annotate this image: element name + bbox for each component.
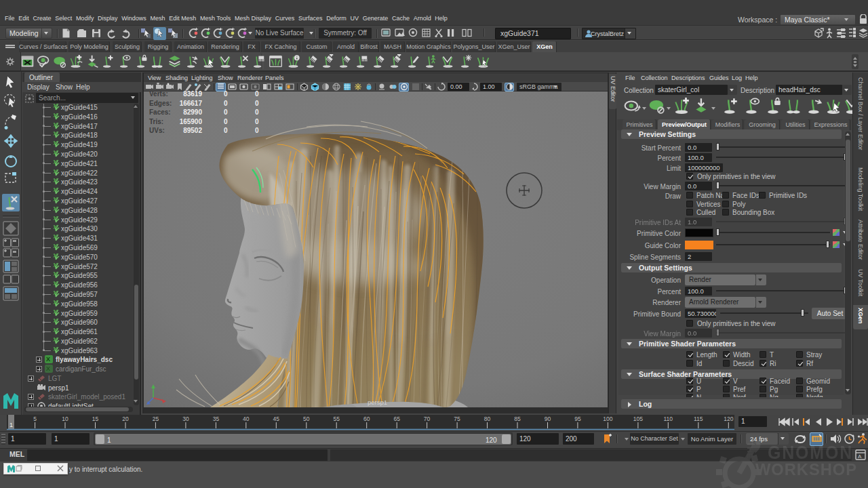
svg-text:115: 115 (694, 415, 703, 422)
svg-text:120: 120 (724, 415, 733, 422)
svg-text:65: 65 (393, 415, 400, 422)
svg-text:35: 35 (213, 415, 220, 422)
svg-text:75: 75 (454, 415, 460, 422)
svg-text:105: 105 (633, 415, 643, 422)
svg-text:100: 100 (603, 415, 612, 422)
svg-text:1: 1 (9, 422, 13, 428)
svg-text:50: 50 (303, 415, 310, 422)
svg-text:95: 95 (574, 415, 581, 422)
svg-text:110: 110 (664, 415, 673, 422)
svg-text:70: 70 (424, 415, 431, 422)
svg-text:45: 45 (273, 415, 280, 422)
svg-text:15: 15 (92, 415, 99, 422)
svg-text:A: A (858, 453, 862, 460)
svg-text:60: 60 (363, 415, 370, 422)
svg-text:20: 20 (122, 415, 129, 422)
svg-text:persp1: persp1 (368, 399, 387, 406)
svg-text:25: 25 (153, 415, 159, 422)
svg-text:10: 10 (62, 415, 68, 422)
svg-text:90: 90 (545, 415, 551, 422)
svg-text:85: 85 (514, 415, 521, 422)
svg-text:80: 80 (484, 415, 491, 422)
svg-text:55: 55 (333, 415, 340, 422)
svg-text:5: 5 (33, 415, 37, 422)
svg-text:40: 40 (243, 415, 250, 422)
svg-text:30: 30 (182, 415, 189, 422)
